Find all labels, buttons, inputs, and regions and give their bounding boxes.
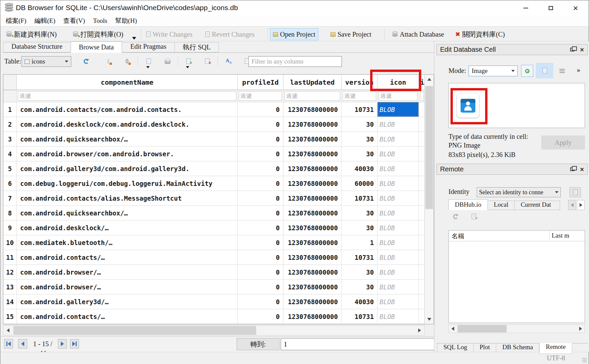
cell-componentname[interactable]: com.android.browser/… — [17, 265, 238, 279]
filter-version-input[interactable] — [343, 91, 376, 101]
horizontal-scrollbar-thumb[interactable] — [13, 326, 256, 335]
cell-profileid[interactable]: 0 — [238, 206, 283, 220]
filter-componentname-input[interactable] — [18, 91, 236, 101]
cell-version[interactable]: 40030 — [342, 161, 378, 176]
menu-item-3[interactable]: Tools — [89, 17, 111, 25]
insert-record-dropdown-icon[interactable] — [186, 66, 189, 68]
cell-profileid[interactable]: 0 — [238, 294, 283, 309]
cell-profileid[interactable]: 0 — [238, 309, 283, 324]
panel-close-icon[interactable]: × — [580, 166, 584, 173]
save-results-dropdown-icon[interactable] — [146, 66, 150, 68]
cell-version[interactable]: 60000 — [342, 176, 378, 191]
remote-scroll-right-button[interactable] — [577, 325, 585, 333]
cell-version[interactable]: 30 — [342, 280, 378, 294]
tab-browse-data[interactable]: Browse Data — [71, 41, 122, 53]
cell-profileid[interactable]: 0 — [238, 250, 283, 265]
cell-icon-blob[interactable]: BLOB — [378, 132, 419, 146]
cell-version[interactable]: 10731 — [342, 191, 378, 205]
row-number[interactable]: 11 — [3, 250, 17, 265]
cell-version[interactable]: 10731 — [342, 309, 378, 324]
row-number[interactable]: 15 — [3, 309, 17, 324]
maximize-button[interactable] — [542, 0, 559, 15]
cell-componentname[interactable]: com.android.contacts/… — [17, 309, 238, 324]
remote-horizontal-scrollbar[interactable] — [448, 324, 585, 333]
cell-lastupdated[interactable]: 1230768000000 — [283, 191, 342, 205]
first-record-button[interactable] — [4, 339, 13, 349]
cell-lastupdated[interactable]: 1230768000000 — [283, 102, 342, 117]
remote-scrollbar-thumb[interactable] — [458, 325, 507, 332]
goto-record-input[interactable] — [281, 338, 437, 350]
close-button[interactable]: × — [567, 0, 584, 15]
remote-list-header-lastmodified[interactable]: Last m — [550, 231, 585, 241]
scroll-right-button[interactable] — [415, 326, 424, 335]
cell-lastupdated[interactable]: 1230768000000 — [283, 280, 342, 294]
minimize-button[interactable] — [517, 0, 534, 15]
row-number[interactable]: 5 — [3, 161, 17, 176]
row-number[interactable]: 6 — [3, 176, 17, 191]
cell-componentname[interactable]: com.android.gallery3d/com.android.galler… — [17, 161, 238, 176]
cell-version[interactable]: 30 — [342, 132, 378, 146]
filter-partial-input[interactable] — [420, 91, 424, 101]
cell-componentname[interactable]: com.android.contacts/… — [17, 250, 238, 265]
revert-changes-button[interactable]: Revert Changes — [203, 28, 257, 40]
cell-icon-blob[interactable]: BLOB — [378, 220, 419, 235]
cell-lastupdated[interactable]: 1230768000000 — [283, 265, 342, 279]
remote-scroll-left-button[interactable] — [449, 325, 457, 333]
save-project-button[interactable]: Save Project — [328, 28, 374, 40]
cell-version[interactable]: 30 — [342, 265, 378, 279]
filter-profileid-input[interactable] — [239, 91, 282, 101]
table-select[interactable]: icons — [22, 56, 71, 67]
row-number[interactable]: 2 — [3, 117, 17, 131]
cell-icon-blob[interactable]: BLOB — [378, 191, 419, 205]
undock-icon[interactable] — [570, 48, 575, 51]
cell-lastupdated[interactable]: 1230768000000 — [283, 220, 342, 235]
refresh-button[interactable] — [82, 57, 90, 65]
filter-lastupdated-input[interactable] — [284, 91, 340, 101]
cell-lastupdated[interactable]: 1230768000000 — [283, 206, 342, 220]
menu-item-4[interactable]: 幫助(H) — [111, 16, 141, 25]
cell-componentname[interactable]: com.android.browser/… — [17, 280, 238, 294]
row-number[interactable]: 1 — [3, 102, 17, 117]
undock-icon[interactable] — [570, 167, 575, 171]
cell-lastupdated[interactable]: 1230768000000 — [283, 117, 342, 131]
new-database-button[interactable]: + 新建資料庫(N) — [4, 28, 60, 40]
remote-list-header-name[interactable]: 名稱 — [449, 231, 550, 241]
identity-select[interactable]: Select an identity to conne — [477, 187, 561, 197]
cell-icon-blob[interactable]: BLOB — [378, 309, 419, 324]
vertical-scrollbar-thumb[interactable] — [425, 86, 433, 209]
vertical-scrollbar[interactable] — [424, 75, 434, 324]
attach-database-button[interactable]: Attach Database — [390, 28, 447, 40]
cell-componentname[interactable]: com.android.quicksearchbox/… — [17, 206, 238, 220]
cell-profileid[interactable]: 0 — [238, 117, 283, 131]
cell-icon-blob[interactable]: BLOB — [378, 102, 419, 117]
cell-icon-blob[interactable]: BLOB — [378, 206, 419, 220]
cell-lastupdated[interactable]: 1230768000000 — [283, 176, 342, 191]
cell-icon-blob[interactable]: BLOB — [378, 117, 419, 131]
scroll-up-button[interactable] — [425, 75, 434, 84]
text-mode-button[interactable] — [536, 63, 553, 78]
tab-plot[interactable]: Plot — [474, 343, 497, 353]
column-header-version[interactable]: version — [342, 75, 378, 90]
row-number[interactable]: 14 — [3, 294, 17, 309]
cell-profileid[interactable]: 0 — [238, 102, 283, 117]
menu-item-2[interactable]: 查看(V) — [60, 16, 89, 25]
row-number[interactable]: 10 — [3, 235, 17, 250]
cell-componentname[interactable]: com.debug.loggerui/com.debug.loggerui.Ma… — [17, 176, 238, 191]
cell-icon-blob[interactable]: BLOB — [378, 294, 419, 309]
open-project-button[interactable]: Open Project — [270, 28, 318, 40]
cell-componentname[interactable]: com.android.deskclock/… — [17, 220, 238, 235]
row-number[interactable]: 4 — [3, 147, 17, 161]
tab-db-schema[interactable]: DB Schema — [496, 343, 539, 353]
import-data-button[interactable] — [521, 65, 533, 77]
cell-profileid[interactable]: 0 — [238, 220, 283, 235]
cell-lastupdated[interactable]: 1230768000000 — [283, 161, 342, 176]
tab-sql-log[interactable]: SQL Log — [437, 343, 474, 353]
cell-profileid[interactable]: 0 — [238, 132, 283, 146]
previous-record-button[interactable] — [18, 339, 27, 349]
row-number[interactable]: 3 — [3, 132, 17, 146]
mode-select[interactable]: Image — [469, 66, 518, 76]
cell-componentname[interactable]: com.android.browser/com.android.browser. — [17, 147, 238, 161]
remote-refresh-button[interactable] — [452, 213, 459, 220]
last-record-button[interactable] — [70, 339, 79, 349]
close-database-button[interactable]: ✖ 關閉資料庫(C) — [453, 28, 508, 40]
